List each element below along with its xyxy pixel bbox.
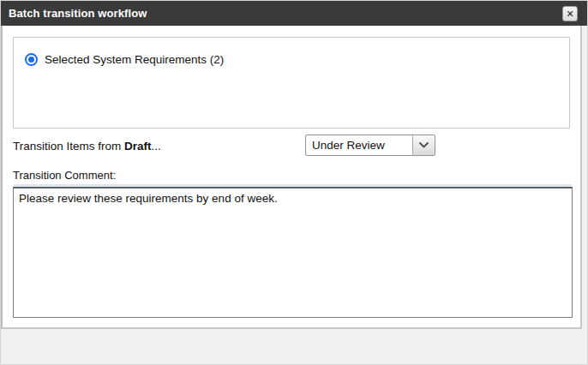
transition-from-suffix: ... [152, 140, 161, 153]
dialog-body: Selected System Requirements (2) Transit… [1, 26, 582, 329]
scope-selection-box: Selected System Requirements (2) [13, 37, 570, 129]
scope-radio-label: Selected System Requirements (2) [45, 53, 224, 66]
dialog-footer: Commit Cancel [1, 329, 588, 365]
dialog-title: Batch transition workflow [9, 1, 147, 26]
radio-selected-icon[interactable] [25, 53, 38, 66]
dialog-titlebar: Batch transition workflow ✕ [1, 1, 588, 26]
chevron-down-icon[interactable] [412, 135, 435, 155]
transition-comment-input[interactable]: Please review these requirements by end … [13, 187, 573, 318]
batch-transition-dialog: Batch transition workflow ✕ Selected Sys… [0, 0, 588, 365]
transition-comment-label: Transition Comment: [13, 169, 116, 182]
scope-radio-row[interactable]: Selected System Requirements (2) [25, 53, 224, 66]
radio-dot [28, 57, 34, 63]
transition-from-prefix: Transition Items from [13, 140, 124, 153]
transition-from-state: Draft [124, 140, 152, 153]
workflow-state-dropdown[interactable]: Under Review [305, 135, 435, 156]
close-icon[interactable]: ✕ [562, 6, 578, 21]
transition-from-label: Transition Items from Draft... [13, 140, 161, 153]
workflow-state-selected-value: Under Review [306, 135, 412, 155]
